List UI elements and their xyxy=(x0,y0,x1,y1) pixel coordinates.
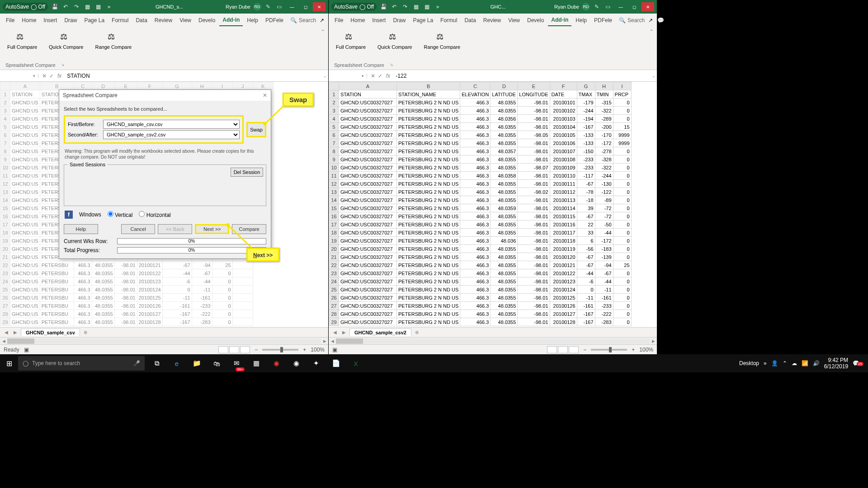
cell[interactable]: PETERSBURG 2 N ND US xyxy=(397,277,460,286)
cell[interactable]: 33 xyxy=(577,229,595,237)
cell[interactable]: 48.0355 xyxy=(491,131,518,139)
table-row[interactable]: 24GHCND:USC00327027PETERSBURG 2 N ND US4… xyxy=(329,277,632,286)
cell[interactable]: PETERSBURG 2 N ND US xyxy=(397,221,460,229)
cell[interactable]: 6 xyxy=(577,237,595,245)
cell[interactable]: GHCND:USC00327027 xyxy=(339,277,397,286)
close-button[interactable]: ✕ xyxy=(313,2,326,11)
tab-draw[interactable]: Draw xyxy=(390,15,409,26)
cell[interactable]: 0 xyxy=(613,245,631,253)
sheet-tab[interactable]: GHCND_sample_csv2 xyxy=(349,328,411,336)
cell[interactable]: 20100105 xyxy=(550,131,577,139)
row-header[interactable]: 7 xyxy=(329,139,339,147)
cell[interactable]: DATE xyxy=(550,90,577,99)
cell[interactable]: -98.01 xyxy=(518,245,550,253)
tab-file[interactable]: File xyxy=(3,15,18,26)
cell[interactable]: 20100103 xyxy=(550,115,577,123)
cell[interactable]: GHCND:USC00327027 xyxy=(339,188,397,196)
table-row[interactable]: 28GHCND:USC00327027PETERSBURG 2 N ND US4… xyxy=(329,310,632,318)
cell[interactable]: 466.3 xyxy=(460,99,491,107)
cell[interactable]: 0 xyxy=(613,212,631,221)
desktop-label[interactable]: Desktop xyxy=(739,360,759,366)
cell[interactable]: 48.0355 xyxy=(491,277,518,286)
autosave-toggle[interactable]: AutoSave◯ Off xyxy=(3,3,48,11)
cell[interactable]: -11 xyxy=(595,286,613,294)
table-row[interactable]: 21GHCND:USC00327027PETERSBURG 2 N ND US4… xyxy=(329,253,632,261)
cell[interactable]: 20100104 xyxy=(550,123,577,131)
cell[interactable]: GHCND:USC00327027 xyxy=(339,318,397,326)
row-header[interactable]: 13 xyxy=(329,188,339,196)
tab-view[interactable]: View xyxy=(505,15,523,26)
cell[interactable]: -130 xyxy=(595,180,613,188)
cell[interactable]: -6 xyxy=(577,277,595,286)
macro-icon[interactable]: ▣ xyxy=(332,347,337,353)
cell[interactable]: -98.01 xyxy=(518,196,550,204)
table-row[interactable]: 20GHCND:USC00327027PETERSBURG 2 N ND US4… xyxy=(329,245,632,253)
autosave-toggle[interactable]: AutoSave◯ Off xyxy=(331,3,377,11)
tab-page la[interactable]: Page La xyxy=(410,15,436,26)
cell[interactable]: -67 xyxy=(577,253,595,261)
cell[interactable]: 0 xyxy=(613,188,631,196)
cell[interactable]: 0 xyxy=(613,277,631,286)
cell[interactable]: -233 xyxy=(595,302,613,310)
cell[interactable]: 466.3 xyxy=(460,310,491,318)
facebook-icon[interactable]: f xyxy=(65,211,73,219)
cell[interactable]: -72 xyxy=(595,212,613,221)
task-view-icon[interactable]: ⧉ xyxy=(147,354,166,372)
row-header[interactable]: 8 xyxy=(329,147,339,155)
cell[interactable]: 0 xyxy=(613,294,631,302)
cell[interactable]: 25 xyxy=(613,261,631,269)
quick-compare-button[interactable]: ⚖Quick Compare xyxy=(375,30,415,52)
table-row[interactable]: 8GHCND:USC00327027PETERSBURG 2 N ND US46… xyxy=(329,147,632,155)
cell[interactable]: TMIN xyxy=(595,90,613,99)
cell[interactable]: GHCND:USC00327027 xyxy=(339,139,397,147)
cell[interactable]: 20100121 xyxy=(550,261,577,269)
cell[interactable]: PETERSBURG 2 N ND US xyxy=(397,204,460,212)
table-row[interactable]: 10GHCND:USC00327027PETERSBURG 2 N ND US4… xyxy=(329,164,632,172)
onedrive-icon[interactable]: ☁ xyxy=(792,360,797,366)
explorer-icon[interactable]: 📁 xyxy=(187,354,206,372)
cell[interactable]: -50 xyxy=(595,221,613,229)
ribbon-expand-icon[interactable]: ↘ xyxy=(61,62,65,67)
formula-expand-icon[interactable]: ⌄ xyxy=(322,74,328,78)
next-button[interactable]: Next >> xyxy=(195,224,229,234)
cell[interactable]: 20100122 xyxy=(550,269,577,277)
range-compare-button[interactable]: ⚖Range Compare xyxy=(92,30,134,52)
table-row[interactable]: 2GHCND:USC00327027PETERSBURG 2 N ND US46… xyxy=(329,99,632,107)
table-row[interactable]: 1STATIONSTATION_NAMEELEVATIONLATITUDELON… xyxy=(329,90,632,99)
cell[interactable]: 466.3 xyxy=(460,318,491,326)
cell[interactable]: PETERSBURG 2 N ND US xyxy=(397,212,460,221)
col-header[interactable]: H xyxy=(595,82,613,90)
ribbon-collapse-icon[interactable]: ⌃ xyxy=(321,29,325,34)
cell[interactable]: LATITUDE xyxy=(491,90,518,99)
range-compare-button[interactable]: ⚖Range Compare xyxy=(421,30,463,52)
spreadsheet-grid[interactable]: ABCDEFGHI1STATIONSTATION_NAMEELEVATIONLA… xyxy=(329,82,657,327)
cell[interactable]: PETERSBURG 2 N ND US xyxy=(397,237,460,245)
col-header[interactable]: B xyxy=(397,82,460,90)
cell[interactable]: 466.3 xyxy=(460,147,491,155)
cell[interactable]: 466.3 xyxy=(460,115,491,123)
cell[interactable]: PETERSBURG 2 N ND US xyxy=(397,269,460,277)
close-button[interactable]: ✕ xyxy=(642,2,654,11)
save-icon[interactable]: 💾 xyxy=(379,3,387,11)
cell[interactable]: -98.01 xyxy=(518,277,550,286)
store-icon[interactable]: 🛍 xyxy=(207,354,226,372)
cell[interactable]: -117 xyxy=(577,172,595,180)
zoom-slider[interactable] xyxy=(262,349,298,351)
table-row[interactable]: 17GHCND:USC00327027PETERSBURG 2 N ND US4… xyxy=(329,221,632,229)
cell[interactable]: GHCND:USC00327027 xyxy=(339,180,397,188)
cell[interactable]: -98.01 xyxy=(518,123,550,131)
row-header[interactable]: 29 xyxy=(329,318,339,326)
cell[interactable]: PETERSBURG 2 N ND US xyxy=(397,318,460,326)
cell[interactable]: PETERSBURG 2 N ND US xyxy=(397,188,460,196)
cell[interactable]: 48.0355 xyxy=(491,221,518,229)
cell[interactable]: -167 xyxy=(577,310,595,318)
cell[interactable]: GHCND:USC00327027 xyxy=(339,221,397,229)
zoom-in-icon[interactable]: + xyxy=(303,347,306,353)
table-row[interactable]: 12GHCND:USC00327027PETERSBURG 2 N ND US4… xyxy=(329,180,632,188)
col-header[interactable]: C xyxy=(460,82,491,90)
cell[interactable]: 466.3 xyxy=(460,107,491,115)
vivaldi-icon[interactable]: ◉ xyxy=(267,354,286,372)
search-box[interactable]: 🔍Search xyxy=(290,17,316,23)
col-header[interactable]: G xyxy=(577,82,595,90)
avatar[interactable]: RD xyxy=(582,3,590,11)
